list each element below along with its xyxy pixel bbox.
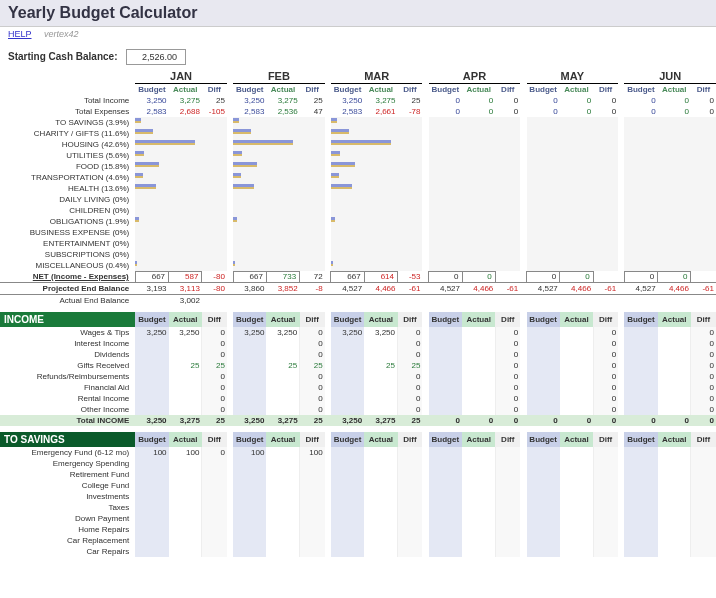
savings-budget[interactable] [233, 524, 266, 535]
savings-budget[interactable] [331, 480, 364, 491]
savings-actual[interactable] [169, 524, 202, 535]
income-budget[interactable] [429, 360, 462, 371]
income-actual[interactable] [658, 404, 691, 415]
savings-budget[interactable] [331, 502, 364, 513]
savings-actual[interactable] [169, 502, 202, 513]
income-budget[interactable] [135, 360, 168, 371]
income-actual[interactable] [462, 338, 495, 349]
savings-budget[interactable] [135, 524, 168, 535]
savings-budget[interactable] [429, 447, 462, 458]
savings-budget[interactable] [527, 469, 560, 480]
income-budget[interactable] [624, 327, 657, 338]
savings-budget[interactable] [624, 513, 657, 524]
savings-actual[interactable] [658, 469, 691, 480]
income-budget[interactable] [233, 360, 266, 371]
savings-actual[interactable] [266, 546, 299, 557]
savings-budget[interactable] [135, 502, 168, 513]
income-actual[interactable] [462, 327, 495, 338]
income-budget[interactable] [135, 371, 168, 382]
savings-budget[interactable] [135, 491, 168, 502]
income-budget[interactable] [135, 349, 168, 360]
savings-actual[interactable] [364, 458, 397, 469]
income-budget[interactable] [527, 360, 560, 371]
starting-cash-value[interactable]: 2,526.00 [126, 49, 186, 65]
savings-actual[interactable] [658, 524, 691, 535]
savings-budget[interactable] [331, 535, 364, 546]
income-budget[interactable] [527, 382, 560, 393]
income-actual[interactable] [169, 338, 202, 349]
savings-actual[interactable] [462, 524, 495, 535]
income-budget[interactable] [624, 393, 657, 404]
savings-actual[interactable] [658, 513, 691, 524]
income-budget[interactable] [331, 338, 364, 349]
savings-actual[interactable] [169, 546, 202, 557]
income-actual[interactable] [169, 371, 202, 382]
savings-budget[interactable] [429, 469, 462, 480]
savings-actual[interactable] [658, 491, 691, 502]
savings-budget[interactable]: 100 [135, 447, 168, 458]
savings-actual[interactable] [169, 480, 202, 491]
savings-budget[interactable] [624, 458, 657, 469]
savings-actual[interactable] [462, 447, 495, 458]
income-actual[interactable]: 25 [169, 360, 202, 371]
income-budget[interactable] [233, 349, 266, 360]
savings-budget[interactable] [624, 524, 657, 535]
savings-budget[interactable] [624, 480, 657, 491]
income-budget[interactable] [429, 327, 462, 338]
income-actual[interactable] [266, 382, 299, 393]
savings-actual[interactable] [364, 502, 397, 513]
income-budget[interactable]: 3,250 [233, 327, 266, 338]
savings-actual[interactable] [266, 502, 299, 513]
savings-budget[interactable] [233, 491, 266, 502]
income-budget[interactable] [331, 360, 364, 371]
income-budget[interactable] [233, 371, 266, 382]
savings-actual[interactable] [364, 491, 397, 502]
income-budget[interactable] [331, 404, 364, 415]
income-budget[interactable]: 3,250 [135, 327, 168, 338]
savings-actual[interactable] [364, 480, 397, 491]
savings-budget[interactable] [624, 535, 657, 546]
income-actual[interactable]: 3,250 [169, 327, 202, 338]
income-budget[interactable] [624, 360, 657, 371]
savings-budget[interactable] [233, 513, 266, 524]
savings-budget[interactable] [233, 502, 266, 513]
savings-actual[interactable] [560, 480, 593, 491]
savings-budget[interactable] [429, 524, 462, 535]
income-actual[interactable] [658, 327, 691, 338]
income-budget[interactable] [135, 404, 168, 415]
savings-actual[interactable] [266, 469, 299, 480]
savings-actual[interactable] [364, 524, 397, 535]
aeb-value[interactable] [364, 295, 397, 307]
income-actual[interactable] [364, 349, 397, 360]
income-budget[interactable] [429, 349, 462, 360]
savings-budget[interactable] [135, 458, 168, 469]
aeb-value[interactable] [462, 295, 495, 307]
income-budget[interactable] [624, 371, 657, 382]
income-budget[interactable] [233, 393, 266, 404]
savings-actual[interactable] [169, 535, 202, 546]
savings-budget[interactable] [135, 546, 168, 557]
savings-budget[interactable] [624, 546, 657, 557]
savings-actual[interactable] [560, 458, 593, 469]
savings-budget[interactable] [135, 480, 168, 491]
income-budget[interactable] [135, 338, 168, 349]
savings-actual[interactable] [560, 535, 593, 546]
income-budget[interactable] [331, 349, 364, 360]
income-actual[interactable] [462, 393, 495, 404]
savings-actual[interactable] [364, 513, 397, 524]
savings-budget[interactable] [233, 535, 266, 546]
savings-budget[interactable] [135, 469, 168, 480]
savings-budget[interactable] [624, 469, 657, 480]
savings-actual[interactable] [560, 546, 593, 557]
income-budget[interactable] [527, 393, 560, 404]
aeb-value[interactable] [266, 295, 299, 307]
income-budget[interactable] [527, 349, 560, 360]
savings-budget[interactable] [233, 546, 266, 557]
income-actual[interactable] [364, 393, 397, 404]
savings-budget[interactable] [331, 458, 364, 469]
aeb-value[interactable]: 3,002 [169, 295, 202, 307]
income-actual[interactable] [560, 327, 593, 338]
income-actual[interactable] [364, 371, 397, 382]
income-actual[interactable] [560, 360, 593, 371]
savings-actual[interactable] [658, 480, 691, 491]
